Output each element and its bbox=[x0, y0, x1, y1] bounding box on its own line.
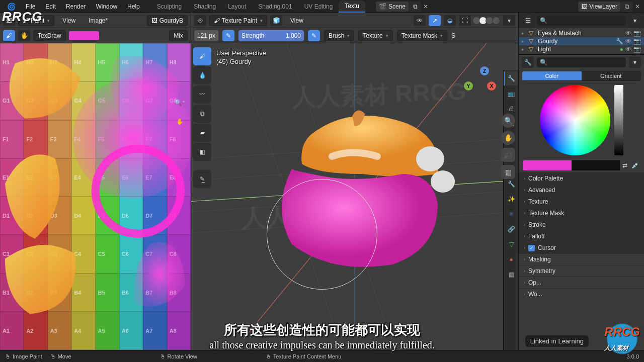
props-search[interactable]: 🔍 bbox=[537, 57, 626, 67]
color-gradient-toggle[interactable]: Color Gradient bbox=[522, 71, 641, 81]
image-view-menu[interactable]: View bbox=[57, 15, 80, 26]
uv-image-canvas[interactable]: H1H2H3H4H5H6H7H8G1G2G3G4G5G6G7G8F1F2F3F4… bbox=[0, 43, 191, 350]
camera-render-icon[interactable]: 📷 bbox=[633, 38, 641, 45]
image-image-menu[interactable]: Image* bbox=[84, 15, 113, 26]
menu-file[interactable]: File bbox=[21, 1, 40, 12]
zoom-icon[interactable]: 🔍 bbox=[501, 114, 515, 128]
tab-layout[interactable]: Layout bbox=[222, 1, 252, 12]
select-visible-icon[interactable]: 👁 bbox=[414, 15, 426, 26]
panel-falloff[interactable]: ›Falloff bbox=[519, 231, 644, 242]
zoom-icon[interactable]: 🔍⁺ bbox=[173, 96, 187, 110]
props-tab-texture[interactable]: ▦ bbox=[504, 267, 518, 282]
tab-texturepaint[interactable]: Textu bbox=[339, 1, 365, 13]
outliner-item-eyes-mustach[interactable]: ▸▽Eyes & Mustach👁📷 bbox=[519, 29, 644, 37]
viewlayer-close-icon[interactable]: ✕ bbox=[633, 3, 642, 10]
image-brush-color-swatch[interactable] bbox=[69, 31, 99, 40]
image-editor-type-icon[interactable]: 🖼 bbox=[3, 15, 15, 26]
outliner-item-gourdy[interactable]: ▸▽Gourdy🔧👁📷 bbox=[519, 37, 644, 45]
panel-advanced[interactable]: ›Advanced bbox=[519, 185, 644, 196]
checkbox-checked-icon[interactable]: ✓ bbox=[528, 245, 535, 251]
menu-window[interactable]: Window bbox=[91, 1, 122, 12]
secondary-color-swatch[interactable] bbox=[572, 160, 620, 170]
viewport-mode-dropdown[interactable]: 🖌Texture Paint▾ bbox=[209, 15, 267, 26]
tab-uvediting[interactable]: UV Editing bbox=[298, 1, 339, 12]
panel-masking[interactable]: ›Masking bbox=[519, 254, 644, 265]
tab-shading001[interactable]: Shading.001 bbox=[252, 1, 298, 12]
smear-tool-icon[interactable]: 〰 bbox=[193, 85, 211, 104]
xray-icon[interactable]: ⛶ bbox=[459, 15, 471, 26]
wrench-icon[interactable]: 🔧 bbox=[616, 38, 623, 45]
props-tab-particles[interactable]: ✨ bbox=[504, 192, 518, 206]
panel-texture[interactable]: ›Texture bbox=[519, 196, 644, 207]
chevron-right-icon[interactable]: ▸ bbox=[522, 31, 527, 36]
tab-shading[interactable]: Shading bbox=[188, 1, 222, 12]
menu-render[interactable]: Render bbox=[61, 1, 91, 12]
props-tab-modifier[interactable]: 🔧 bbox=[504, 177, 518, 191]
chevron-right-icon[interactable]: ▸ bbox=[522, 39, 527, 44]
annotate-tool-icon[interactable]: ✎̲ bbox=[193, 170, 211, 188]
props-tab-tool[interactable]: 🔧 bbox=[504, 71, 518, 85]
value-slider[interactable] bbox=[614, 85, 623, 155]
menu-help[interactable]: Help bbox=[122, 1, 145, 12]
draw-tool-icon[interactable]: 🖌 bbox=[193, 47, 211, 65]
tab-color[interactable]: Color bbox=[522, 71, 582, 80]
texture-menu[interactable]: Texture▾ bbox=[358, 30, 392, 41]
pan-icon[interactable]: ✋ bbox=[501, 131, 515, 145]
nav-gizmo[interactable]: Z Y X bbox=[465, 67, 495, 98]
eye-icon[interactable]: 👁 bbox=[625, 46, 631, 53]
props-type-icon[interactable]: 🔧 bbox=[522, 57, 534, 68]
panel-texture-mask[interactable]: ›Texture Mask bbox=[519, 208, 644, 219]
fill-tool-icon[interactable]: ▰ bbox=[193, 124, 211, 142]
image-brush-active-icon[interactable]: 🖌 bbox=[3, 30, 15, 41]
image-blend-mode[interactable]: Mix bbox=[169, 30, 188, 41]
camera-icon[interactable]: 🎥 bbox=[501, 148, 515, 162]
primary-color-swatch[interactable] bbox=[523, 160, 572, 170]
scene-close-icon[interactable]: ✕ bbox=[421, 3, 430, 10]
props-tab-material[interactable]: ● bbox=[504, 252, 518, 266]
shading-dropdown-icon[interactable]: ▾ bbox=[503, 15, 515, 26]
tab-sculpting[interactable]: Sculpting bbox=[151, 1, 188, 12]
viewlayer-picker[interactable]: 🖼 ViewLayer bbox=[578, 1, 621, 12]
panel-truncated[interactable]: ›Op... bbox=[519, 277, 644, 288]
image-brush-picker[interactable]: TexDraw bbox=[33, 30, 66, 41]
brush-strength-field[interactable]: Strength 1.000 bbox=[238, 30, 304, 41]
clone-tool-icon[interactable]: ⧉ bbox=[193, 105, 211, 123]
radius-pressure-icon[interactable]: ✎ bbox=[222, 30, 234, 41]
viewport-view-menu[interactable]: View bbox=[285, 15, 308, 26]
panel-symmetry[interactable]: ›Symmetry bbox=[519, 265, 644, 277]
pan-icon[interactable]: ✋ bbox=[173, 115, 187, 129]
brush-radius-field[interactable]: 121 px bbox=[194, 30, 218, 41]
viewport-editor-type-icon[interactable]: 🞜 bbox=[194, 15, 206, 26]
panel-color-palette[interactable]: ›Color Palette bbox=[519, 173, 644, 184]
camera-render-icon[interactable]: 📷 bbox=[633, 46, 641, 53]
outliner-search[interactable]: 🔍 bbox=[537, 16, 626, 26]
eye-icon[interactable]: 👁 bbox=[625, 30, 631, 37]
menu-edit[interactable]: Edit bbox=[40, 1, 61, 12]
props-tab-data[interactable]: ▽ bbox=[504, 237, 518, 251]
scene-new-icon[interactable]: ⧉ bbox=[409, 1, 421, 12]
tab-gradient[interactable]: Gradient bbox=[582, 71, 641, 80]
eyedropper-icon[interactable]: 💉 bbox=[630, 162, 640, 169]
eye-icon[interactable]: 👁 bbox=[625, 38, 631, 45]
overlay-toggle-icon[interactable]: ◒ bbox=[444, 15, 456, 26]
mask-tool-icon[interactable]: ◧ bbox=[193, 143, 211, 161]
3d-viewport[interactable]: 人人素材 RRCG 人人素材 RRCG 🖌 💧 〰 ⧉ ▰ ◧ ✎̲ User … bbox=[191, 43, 518, 350]
outliner-type-icon[interactable]: ☰ bbox=[522, 15, 534, 26]
panel-stroke[interactable]: ›Stroke bbox=[519, 219, 644, 230]
props-tab-constraints[interactable]: 🔗 bbox=[504, 222, 518, 236]
gizmo-x[interactable]: X bbox=[487, 81, 496, 90]
viewlayer-new-icon[interactable]: ⧉ bbox=[621, 1, 633, 12]
gizmo-z[interactable]: Z bbox=[480, 66, 489, 75]
texture-mask-menu[interactable]: Texture Mask▾ bbox=[397, 30, 447, 41]
chevron-right-icon[interactable]: ▸ bbox=[522, 47, 527, 52]
scene-picker[interactable]: 🎬 Scene bbox=[375, 1, 409, 12]
props-options-icon[interactable]: ▾ bbox=[629, 57, 641, 68]
shading-mode-balls[interactable] bbox=[474, 17, 500, 25]
image-editor-mode-dropdown[interactable]: 🖌Paint▾ bbox=[18, 15, 54, 26]
swap-colors-icon[interactable]: ⇄ bbox=[620, 162, 630, 169]
image-selector[interactable]: 🖼GourdyB bbox=[147, 15, 188, 26]
camera-render-icon[interactable]: 📷 bbox=[633, 30, 641, 37]
outliner-item-light[interactable]: ▸▽Light●👁📷 bbox=[519, 45, 644, 53]
gizmo-toggle-icon[interactable]: ↗ bbox=[429, 15, 441, 26]
outliner-filter-icon[interactable]: ▾ bbox=[629, 15, 641, 26]
